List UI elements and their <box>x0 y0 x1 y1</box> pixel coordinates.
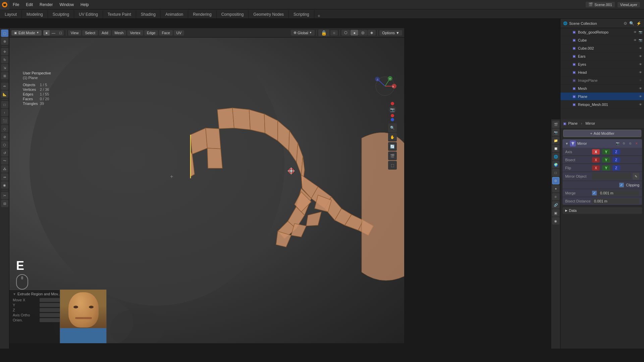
orbit-btn[interactable]: 🔄 <box>388 142 397 151</box>
outliner-search-btn[interactable]: 🔍 <box>629 21 634 26</box>
output-props-btn[interactable]: 📁 <box>552 137 559 144</box>
visibility-icon[interactable]: 👁 <box>638 86 643 91</box>
edge-menu[interactable]: Edge <box>144 30 158 36</box>
tab-shading[interactable]: Shading <box>136 10 161 18</box>
modifier-camera-icon[interactable]: 📷 <box>615 141 620 146</box>
bisect-x-btn[interactable]: X <box>592 157 600 163</box>
outliner-item-body[interactable]: ▣ Body_goodRetopo 👁 📷 <box>560 28 644 36</box>
tab-modeling[interactable]: Modeling <box>22 10 48 18</box>
move-tool-btn[interactable]: ✛ <box>1 48 8 55</box>
visibility-icon[interactable]: 👁 <box>638 78 643 83</box>
menu-render[interactable]: Render <box>36 0 56 9</box>
edge-slide-btn[interactable]: ⇔ <box>1 173 8 181</box>
material-btn[interactable]: ◈ <box>368 30 376 36</box>
data-section-header[interactable]: ▶ Data <box>562 207 642 214</box>
material-props-btn[interactable]: ◉ <box>552 217 559 225</box>
menu-help[interactable]: Help <box>77 0 92 9</box>
flip-y-btn[interactable]: Y <box>602 165 610 171</box>
render-props-btn[interactable]: 📷 <box>552 129 559 136</box>
view-layer-selector[interactable]: ViewLayer <box>618 2 640 7</box>
orient-input[interactable] <box>40 318 60 322</box>
tab-scripting[interactable]: Scripting <box>289 10 314 18</box>
add-menu[interactable]: Add <box>99 30 111 36</box>
move-y-input[interactable] <box>40 303 60 307</box>
poly-build-btn[interactable]: ⬡ <box>1 141 8 148</box>
vertex-menu[interactable]: Vertex <box>127 30 143 36</box>
data-props-btn[interactable]: ▣ <box>552 209 559 217</box>
camera-view-btn[interactable]: 📷 <box>389 106 396 113</box>
bevel-btn[interactable]: ◇ <box>1 125 8 132</box>
add-modifier-btn[interactable]: + Add Modifier <box>563 130 641 137</box>
outliner-item-mesh[interactable]: ▣ Mesh 👁 <box>560 84 644 93</box>
constraints-props-btn[interactable]: 🔗 <box>552 201 559 208</box>
world-props-btn[interactable]: 🌍 <box>552 161 559 168</box>
outliner-item-retopo[interactable]: ▣ Retopo_Mesh.001 👁 <box>560 101 644 109</box>
smooth-btn[interactable]: 〜 <box>1 157 8 165</box>
add-workspace-btn[interactable]: + <box>316 13 322 18</box>
render-preview-btn[interactable]: 🎬 <box>388 152 397 160</box>
visibility-icon[interactable]: 👁 <box>638 94 643 99</box>
randomize-btn[interactable]: ⁂ <box>1 165 8 173</box>
outliner-item-head[interactable]: ▣ Head 👁 <box>560 68 644 76</box>
select-tool-btn[interactable]: ▢ <box>1 29 8 37</box>
physics-props-btn[interactable]: ⚛ <box>552 193 559 200</box>
outliner-sync-btn[interactable]: ⚡ <box>636 21 641 26</box>
select-menu[interactable]: Select <box>82 30 98 36</box>
rendered-btn[interactable]: ◎ <box>359 30 367 36</box>
zoom-in-btn[interactable]: 🔍 <box>388 123 397 132</box>
mirror-object-input[interactable] <box>592 173 631 180</box>
visibility-icon[interactable]: 👁 <box>638 62 643 67</box>
mirror-object-picker-btn[interactable]: ✎ <box>633 173 639 180</box>
mesh-menu[interactable]: Mesh <box>112 30 126 36</box>
spin-btn[interactable]: ↺ <box>1 149 8 157</box>
scene-selector[interactable]: 🎬 Scene.001 <box>586 2 615 7</box>
overlay-btn[interactable]: ⬚ <box>388 161 397 170</box>
clipping-checkbox[interactable] <box>619 183 624 187</box>
render-icon[interactable]: 📷 <box>638 30 643 35</box>
bisect-z-btn[interactable]: Z <box>612 157 620 163</box>
bisect-distance-value[interactable]: 0.001 m <box>592 198 639 204</box>
scale-tool-btn[interactable]: ⇲ <box>1 64 8 71</box>
tab-texture-paint[interactable]: Texture Paint <box>103 10 136 18</box>
tab-geometry-nodes[interactable]: Geometry Nodes <box>249 10 289 18</box>
outliner-item-plane[interactable]: ▣ Plane 👁 <box>560 93 644 101</box>
menu-edit[interactable]: Edit <box>22 0 36 9</box>
particles-props-btn[interactable]: ✦ <box>552 185 559 192</box>
add-cube-btn[interactable]: □ <box>1 101 8 108</box>
solid-btn[interactable]: ● <box>351 30 358 36</box>
measure-btn[interactable]: 📐 <box>1 90 8 98</box>
face-select-btn[interactable]: □ <box>57 30 64 36</box>
object-props-btn[interactable]: □ <box>552 169 559 176</box>
snap-btn[interactable]: 🔒 <box>318 29 329 36</box>
viewport-3d[interactable]: + User Perspective (1) Plane Objects1 / … <box>9 38 404 343</box>
knife-btn[interactable]: ✂ <box>1 192 8 199</box>
axis-ortho-input[interactable] <box>40 313 60 317</box>
axis-y-btn[interactable]: Y <box>602 149 610 155</box>
tab-sculpting[interactable]: Sculpting <box>48 10 74 18</box>
bisect-btn[interactable]: ⊟ <box>1 200 8 207</box>
tab-rendering[interactable]: Rendering <box>188 10 216 18</box>
move-x-input[interactable] <box>40 298 60 302</box>
visibility-icon[interactable]: 👁 <box>638 70 643 75</box>
modifier-duplicate-icon[interactable]: ⧉ <box>628 141 633 146</box>
proportional-edit-btn[interactable]: ○ <box>330 30 338 36</box>
move-z-input[interactable] <box>40 308 60 312</box>
outliner-item-cube[interactable]: ▣ Cube 👁 📷 <box>560 36 644 44</box>
menu-file[interactable]: File <box>9 0 22 9</box>
options-btn[interactable]: Options ▼ <box>379 30 402 36</box>
view-menu[interactable]: View <box>68 30 82 36</box>
uv-menu[interactable]: UV <box>174 30 184 36</box>
outliner-filter-btn[interactable]: ⚙ <box>624 21 627 26</box>
loop-cut-btn[interactable]: ⊘ <box>1 133 8 140</box>
render-icon[interactable]: 📷 <box>638 38 643 43</box>
modifier-edit-icon[interactable]: ⚙ <box>621 141 627 146</box>
shrink-fatten-btn[interactable]: ◉ <box>1 181 8 189</box>
axis-x-btn[interactable]: X <box>592 149 600 155</box>
bisect-y-btn[interactable]: Y <box>602 157 610 163</box>
scene-props-btn[interactable]: 🎬 <box>552 121 559 128</box>
flip-x-btn[interactable]: X <box>592 165 600 171</box>
outliner-item-imageplane[interactable]: ▣ ImagePlane 👁 <box>560 76 644 84</box>
tab-uv-editing[interactable]: UV Editing <box>74 10 103 18</box>
cursor-tool-btn[interactable]: ⊕ <box>1 38 8 45</box>
outliner-item-eyes[interactable]: ▣ Eyes 👁 <box>560 60 644 68</box>
